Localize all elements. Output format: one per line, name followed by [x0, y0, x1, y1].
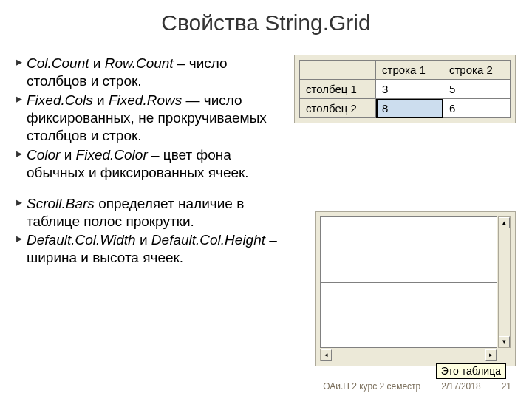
header-cell[interactable]: строка 2 — [443, 61, 511, 80]
grid-viewport[interactable] — [320, 216, 497, 348]
em: Col.Count — [27, 55, 89, 71]
header-cell[interactable]: строка 1 — [376, 61, 443, 80]
cell[interactable]: 3 — [376, 80, 443, 99]
row-header[interactable]: столбец 2 — [300, 99, 376, 118]
em: Fixed.Rows — [109, 92, 182, 108]
footer-course: ОАи.П 2 курс 2 семестр — [323, 381, 420, 392]
em: Row.Count — [105, 55, 174, 71]
em: Default.Col.Height — [151, 232, 265, 248]
txt: и — [60, 147, 75, 163]
stringgrid-table[interactable]: строка 1 строка 2 столбец 1 3 5 столбец … — [299, 60, 511, 118]
list-item: Fixed.Cols и Fixed.Rows — число фиксиров… — [16, 92, 284, 145]
vertical-scrollbar[interactable]: ▴ ▾ — [498, 216, 511, 348]
scroll-right-icon[interactable]: ▸ — [485, 349, 497, 361]
horizontal-scrollbar[interactable]: ◂ ▸ — [320, 349, 497, 361]
txt: и — [89, 55, 105, 71]
em: Fixed.Color — [76, 147, 148, 163]
page-title: Свойства String.Grid — [16, 10, 516, 35]
cell-focused[interactable]: 8 — [376, 99, 443, 118]
row-wide: Scroll.Bars определяет наличие в таблице… — [16, 195, 516, 366]
content-row: Col.Count и Row.Count – число столбцов и… — [16, 55, 516, 183]
bullet-list-2: Scroll.Bars определяет наличие в таблице… — [16, 195, 294, 267]
em: Color — [27, 147, 60, 163]
tooltip: Это таблица — [436, 363, 506, 379]
scroll-down-icon[interactable]: ▾ — [499, 336, 510, 347]
cell[interactable]: 6 — [443, 99, 511, 118]
em: Scroll.Bars — [27, 196, 95, 211]
slide: Свойства String.Grid Col.Count и Row.Cou… — [0, 0, 532, 366]
scroll-up-icon[interactable]: ▴ — [499, 217, 510, 228]
header-cell[interactable] — [300, 61, 376, 80]
scrollbars-panel: ▴ ▾ ◂ ▸ Это таблица — [315, 211, 516, 366]
footer: ОАи.П 2 курс 2 семестр 2/17/2018 21 — [0, 381, 532, 392]
bullet-list-1: Col.Count и Row.Count – число столбцов и… — [16, 55, 284, 182]
txt: и — [136, 232, 151, 248]
em: Default.Col.Width — [27, 232, 136, 248]
footer-page: 21 — [502, 381, 511, 392]
list-item: Default.Col.Width и Default.Col.Height –… — [16, 231, 294, 267]
bullets-col: Col.Count и Row.Count – число столбцов и… — [16, 55, 284, 183]
table-row: строка 1 строка 2 — [300, 61, 511, 80]
stringgrid-panel: строка 1 строка 2 столбец 1 3 5 столбец … — [294, 55, 516, 123]
scroll-left-icon[interactable]: ◂ — [321, 349, 332, 361]
grid-col: строка 1 строка 2 столбец 1 3 5 столбец … — [294, 55, 516, 183]
row-header[interactable]: столбец 1 — [300, 80, 376, 99]
list-item: Scroll.Bars определяет наличие в таблице… — [16, 195, 294, 231]
list-item: Color и Fixed.Color – цвет фона обычных … — [16, 146, 284, 182]
list-item: Col.Count и Row.Count – число столбцов и… — [16, 55, 284, 90]
txt: и — [93, 92, 109, 108]
bullets-col-2: Scroll.Bars определяет наличие в таблице… — [16, 195, 294, 366]
cell[interactable]: 5 — [443, 80, 511, 99]
footer-date: 2/17/2018 — [441, 381, 480, 392]
table-row: столбец 2 8 6 — [300, 99, 511, 118]
em: Fixed.Cols — [27, 92, 93, 108]
table-row: столбец 1 3 5 — [300, 80, 511, 99]
